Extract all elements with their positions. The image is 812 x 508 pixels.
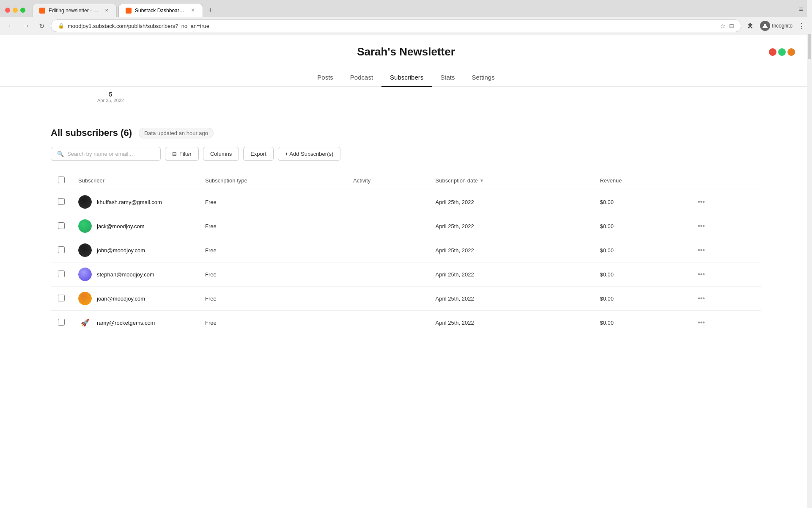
nav-podcast[interactable]: Podcast	[342, 69, 381, 87]
select-all-checkbox[interactable]	[58, 177, 65, 183]
subscription-date-4: April 25th, 2022	[429, 287, 593, 311]
activity-1	[346, 214, 428, 238]
subscriber-avatar-5: 🚀	[78, 316, 92, 329]
svg-point-5	[78, 292, 92, 305]
nav-subscribers[interactable]: Subscribers	[381, 69, 432, 87]
tab-1-close[interactable]: ✕	[104, 8, 110, 14]
scrollbar[interactable]	[807, 0, 812, 508]
revenue-4: $0.00	[593, 287, 688, 311]
search-input[interactable]	[67, 151, 154, 157]
svg-point-1	[78, 195, 92, 209]
table-row: khuffash.ramy@gmail.com Free April 25th,…	[51, 190, 761, 214]
row-checkbox-3[interactable]	[58, 271, 65, 277]
incognito-label: Incognito	[772, 23, 793, 29]
subscription-type-3: Free	[198, 262, 346, 287]
columns-button[interactable]: Columns	[203, 147, 239, 161]
nav-stats[interactable]: Stats	[432, 69, 463, 87]
filter-button[interactable]: ⊟ Filter	[165, 147, 199, 161]
subscriber-email-0: khuffash.ramy@gmail.com	[97, 199, 162, 205]
lock-icon: 🔒	[58, 23, 64, 29]
activity-0	[346, 190, 428, 214]
more-actions-button-3[interactable]: •••	[694, 269, 708, 279]
subscription-date-1: April 25th, 2022	[429, 214, 593, 238]
more-actions-button-2[interactable]: •••	[694, 245, 708, 255]
more-actions-cell-3: •••	[688, 262, 761, 287]
row-checkbox-cell	[51, 238, 72, 262]
browser-menu-button[interactable]: ⋮	[796, 19, 807, 32]
extensions-button[interactable]	[745, 20, 757, 32]
tab-1-label: Editing newsletter - Substack	[49, 8, 100, 14]
header-avatar-group	[769, 48, 795, 56]
search-box[interactable]: 🔍	[51, 147, 161, 161]
subscriber-email-2: john@moodjoy.com	[97, 247, 145, 254]
sort-icon: ▼	[480, 178, 484, 183]
export-button[interactable]: Export	[243, 147, 274, 161]
tab-2-close[interactable]: ✕	[190, 8, 196, 14]
forward-button[interactable]: →	[20, 20, 32, 32]
row-checkbox-5[interactable]	[58, 319, 65, 326]
table-row: jack@moodjoy.com Free April 25th, 2022 $…	[51, 214, 761, 238]
search-icon: 🔍	[57, 151, 64, 157]
th-subscription-date[interactable]: Subscription date ▼	[429, 171, 593, 190]
row-checkbox-0[interactable]	[58, 198, 65, 205]
more-actions-button-0[interactable]: •••	[694, 196, 708, 207]
add-subscriber-button[interactable]: + Add Subscriber(s)	[278, 147, 341, 161]
nav-posts[interactable]: Posts	[309, 69, 342, 87]
export-label: Export	[250, 151, 266, 157]
subscribers-title: All subscribers (6)	[51, 127, 132, 138]
subscriber-cell: jack@moodjoy.com	[71, 214, 198, 238]
subscription-date-2: April 25th, 2022	[429, 238, 593, 262]
subscription-date-0: April 25th, 2022	[429, 190, 593, 214]
row-checkbox-cell	[51, 311, 72, 335]
table-row: john@moodjoy.com Free April 25th, 2022 $…	[51, 238, 761, 262]
tab-2[interactable]: Substack Dashboard - Sarah's ✕	[118, 4, 203, 17]
new-tab-button[interactable]: +	[205, 4, 217, 16]
back-button[interactable]: ←	[5, 20, 17, 32]
avatar-dot-1	[769, 48, 776, 56]
subscriber-avatar-2	[78, 243, 92, 257]
address-bar[interactable]: 🔒 moodjoy1.substack.com/publish/subscrib…	[51, 19, 741, 32]
site-nav: Posts Podcast Subscribers Stats Settings	[0, 69, 812, 87]
activity-3	[346, 262, 428, 287]
subscriber-cell: stephan@moodjoy.com	[71, 262, 198, 287]
bookmark-icon[interactable]: ☆	[720, 22, 726, 29]
main-content: All subscribers (6) Data updated an hour…	[0, 121, 812, 342]
more-actions-cell-5: •••	[688, 311, 761, 335]
avatar-dot-2	[778, 48, 786, 56]
more-actions-button-4[interactable]: •••	[694, 293, 708, 304]
subscriber-email-4: joan@moodjoy.com	[97, 295, 145, 302]
table-header-row: Subscriber Subscription type Activity Su…	[51, 171, 761, 190]
traffic-light-green[interactable]	[20, 8, 25, 13]
tab-bar-menu[interactable]: ≡	[795, 3, 807, 15]
row-checkbox-2[interactable]	[58, 246, 65, 253]
row-checkbox-cell	[51, 262, 72, 287]
scrollbar-thumb[interactable]	[808, 34, 811, 59]
table-row: stephan@moodjoy.com Free April 25th, 202…	[51, 262, 761, 287]
row-checkbox-cell	[51, 190, 72, 214]
site-header: Sarah's Newsletter	[0, 35, 812, 69]
tab-2-label: Substack Dashboard - Sarah's	[135, 8, 187, 14]
th-select-all	[51, 171, 72, 190]
tab-1[interactable]: Editing newsletter - Substack ✕	[32, 4, 117, 17]
subscribers-header: All subscribers (6) Data updated an hour…	[51, 127, 761, 138]
more-actions-button-1[interactable]: •••	[694, 221, 708, 231]
more-actions-cell-1: •••	[688, 214, 761, 238]
traffic-light-red[interactable]	[5, 8, 10, 13]
subscription-type-0: Free	[198, 190, 346, 214]
subscription-type-5: Free	[198, 311, 346, 335]
reload-button[interactable]: ↻	[36, 20, 47, 32]
revenue-1: $0.00	[593, 214, 688, 238]
row-checkbox-4[interactable]	[58, 295, 65, 301]
incognito-account[interactable]: Incognito	[760, 21, 793, 31]
tab-2-favicon	[126, 8, 132, 14]
chart-tooltip-value: 5	[97, 91, 124, 98]
nav-settings[interactable]: Settings	[463, 69, 503, 87]
traffic-light-yellow[interactable]	[13, 8, 18, 13]
more-actions-button-5[interactable]: •••	[694, 317, 708, 328]
activity-5	[346, 311, 428, 335]
row-checkbox-1[interactable]	[58, 222, 65, 229]
reader-mode-icon[interactable]: ⊟	[729, 22, 734, 29]
subscription-type-1: Free	[198, 214, 346, 238]
subscriber-email-1: jack@moodjoy.com	[97, 223, 145, 229]
account-icon	[760, 21, 770, 31]
